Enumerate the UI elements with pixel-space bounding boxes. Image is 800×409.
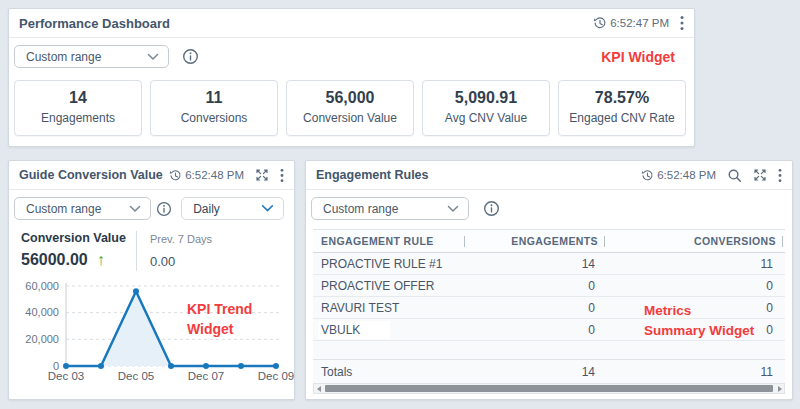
clock-history-icon [169, 169, 182, 182]
kebab-menu-icon[interactable] [778, 168, 782, 183]
widget-title: Engagement Rules [316, 168, 429, 182]
clock-history-icon [593, 16, 607, 30]
kpi-value: 56,000 [287, 89, 413, 107]
scroll-left-arrow-icon[interactable] [314, 386, 323, 392]
kpi-value: 14 [15, 89, 141, 107]
kpi-label: Conversion Value [21, 231, 126, 245]
granularity-value: Daily [193, 202, 220, 216]
svg-text:20,000: 20,000 [25, 333, 59, 345]
kpi-widget-panel: Performance Dashboard 6:52:47 PM Custom … [8, 8, 695, 147]
divider [136, 231, 137, 271]
trend-up-arrow-icon: ↑ [97, 253, 105, 267]
info-icon[interactable] [483, 200, 500, 217]
kpi-card-conversion-value: 56,000 Conversion Value [286, 80, 414, 136]
info-icon[interactable] [182, 48, 199, 65]
kpi-label: Avg CNV Value [423, 111, 549, 125]
kpi-label: Conversions [151, 111, 277, 125]
info-icon[interactable] [156, 201, 172, 217]
kebab-menu-icon[interactable] [280, 168, 284, 183]
svg-text:Dec 03: Dec 03 [48, 370, 84, 382]
kpi-value: 5,090.91 [423, 89, 549, 107]
prev-label: Prev. 7 Days [150, 231, 212, 245]
search-icon[interactable] [727, 168, 742, 183]
date-range-select[interactable]: Custom range [14, 197, 151, 220]
rule-name-highlighted: VBULK [318, 321, 390, 339]
column-divider [464, 236, 465, 247]
last-refresh-time: 6:52:48 PM [641, 169, 716, 182]
performance-dashboard: Performance Dashboard 6:52:47 PM Custom … [0, 0, 800, 409]
conversions-cell: 0 [607, 279, 785, 293]
kpi-card-avg-cnv-value: 5,090.91 Avg CNV Value [422, 80, 550, 136]
metrics-summary-widget-panel: Engagement Rules 6:52:48 PM Custom [305, 160, 793, 400]
column-divider [782, 236, 783, 247]
totals-label: Totals [321, 365, 352, 379]
kebab-menu-icon[interactable] [680, 15, 684, 31]
chevron-down-icon [147, 53, 159, 61]
totals-row: Totals 14 11 [313, 360, 785, 385]
trend-area-chart[interactable]: 020,00040,00060,000Dec 03Dec 05Dec 07Dec… [9, 267, 299, 385]
column-header-conversions[interactable]: CONVERSIONS [694, 235, 776, 247]
expand-icon[interactable] [753, 168, 767, 182]
engagements-cell: 14 [467, 257, 607, 271]
scroll-right-arrow-icon[interactable] [775, 386, 784, 392]
kpi-value: 11 [151, 89, 277, 107]
panel-title: Performance Dashboard [19, 16, 170, 31]
widget-header: Guide Conversion Value 6:52:48 PM [9, 161, 294, 190]
annotation-metrics-summary-widget: Metrics Summary Widget [644, 301, 754, 341]
column-divider [604, 236, 605, 247]
column-header-engagements[interactable]: ENGAGEMENTS [511, 235, 598, 247]
date-range-value: Custom range [26, 50, 101, 64]
svg-text:40,000: 40,000 [25, 306, 59, 318]
granularity-select[interactable]: Daily [181, 197, 284, 220]
annotation-kpi-widget: KPI Widget [601, 49, 684, 65]
engagements-cell: 0 [467, 279, 607, 293]
rule-name: PROACTIVE RULE #1 [321, 257, 442, 271]
date-range-select[interactable]: Custom range [14, 45, 169, 68]
previous-period-kpi: Prev. 7 Days 0.00 [150, 231, 212, 269]
kpi-summary: Conversion Value 56000.00 ↑ Prev. 7 Days… [21, 231, 294, 271]
scrollbar-thumb[interactable] [325, 385, 773, 392]
kpi-label: Engagements [15, 111, 141, 125]
timestamp-text: 6:52:48 PM [657, 169, 716, 181]
svg-text:60,000: 60,000 [25, 280, 59, 292]
chevron-down-icon [447, 205, 459, 213]
kpi-value: 78.57% [559, 89, 685, 107]
table-header-row: ENGAGEMENT RULE ENGAGEMENTS CONVERSIONS [313, 229, 785, 253]
engagements-cell: 0 [467, 301, 607, 315]
annotation-kpi-trend-widget: KPI Trend Widget [187, 299, 252, 339]
conversions-cell: 11 [607, 257, 785, 271]
kpi-card-engagements: 14 Engagements [14, 80, 142, 136]
timestamp-text: 6:52:47 PM [610, 17, 669, 29]
date-range-value: Custom range [323, 202, 398, 216]
empty-row [313, 341, 785, 360]
last-refresh-time: 6:52:48 PM [169, 169, 244, 182]
svg-text:Dec 05: Dec 05 [118, 370, 154, 382]
svg-text:Dec 07: Dec 07 [188, 370, 224, 382]
rule-name: PROACTIVE OFFER [321, 279, 434, 293]
chevron-down-icon [261, 204, 274, 213]
kpi-card-engaged-cnv-rate: 78.57% Engaged CNV Rate [558, 80, 686, 136]
rule-name: RAVURI TEST [321, 301, 399, 315]
kpi-label: Conversion Value [287, 111, 413, 125]
svg-text:Dec 09: Dec 09 [258, 370, 294, 382]
column-header-rule[interactable]: ENGAGEMENT RULE [321, 235, 434, 247]
table-row: PROACTIVE RULE #1 14 11 [313, 253, 785, 275]
date-range-value: Custom range [26, 202, 101, 216]
panel-header: Performance Dashboard 6:52:47 PM [9, 9, 694, 38]
totals-engagements: 14 [467, 365, 607, 379]
widget-title: Guide Conversion Value [19, 168, 163, 182]
kpi-cards-row: 14 Engagements 11 Conversions 56,000 Con… [14, 80, 694, 136]
timestamp-text: 6:52:48 PM [185, 169, 244, 181]
kpi-card-conversions: 11 Conversions [150, 80, 278, 136]
engagements-cell: 0 [467, 323, 607, 337]
kpi-trend-widget-panel: Guide Conversion Value 6:52:48 PM Custom… [8, 160, 295, 400]
horizontal-scrollbar[interactable] [313, 383, 785, 394]
widget-header: Engagement Rules 6:52:48 PM [306, 161, 792, 190]
expand-icon[interactable] [255, 168, 269, 182]
current-kpi: Conversion Value 56000.00 ↑ [21, 231, 126, 269]
last-refresh-time: 6:52:47 PM [593, 16, 669, 30]
date-range-select[interactable]: Custom range [311, 197, 469, 220]
table-row: PROACTIVE OFFER 0 0 [313, 275, 785, 297]
totals-conversions: 11 [607, 365, 785, 379]
chevron-down-icon [129, 205, 141, 213]
